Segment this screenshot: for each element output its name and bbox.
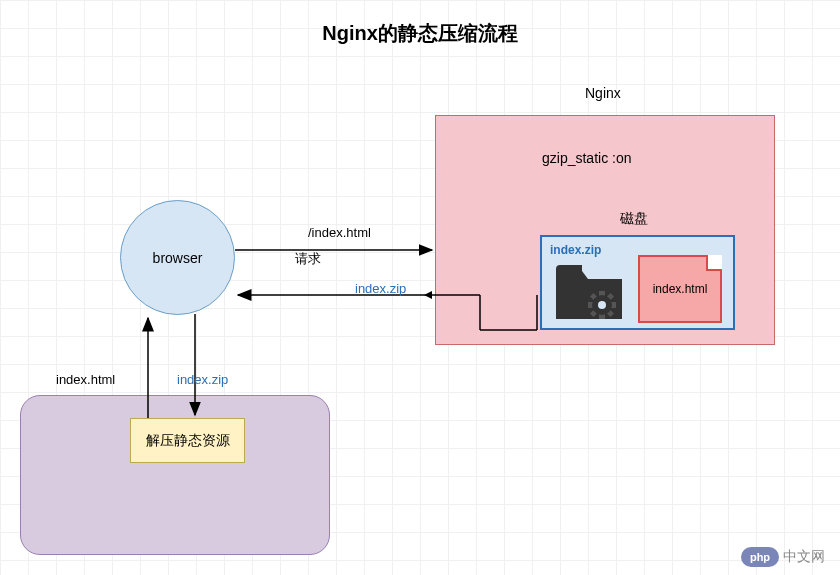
decompress-label: 解压静态资源 — [146, 432, 230, 449]
gzip-config-label: gzip_static :on — [542, 150, 632, 166]
watermark: php 中文网 — [741, 547, 825, 567]
zip-filename-label: index.zip — [550, 243, 601, 257]
response-zip-label: index.zip — [355, 281, 406, 296]
request-label: 请求 — [295, 250, 321, 268]
disk-box: index.zip index. — [540, 235, 735, 330]
browser-node: browser — [120, 200, 235, 315]
svg-point-10 — [598, 301, 606, 309]
watermark-text: 中文网 — [783, 548, 825, 566]
file-name-label: index.html — [653, 282, 708, 296]
disk-label: 磁盘 — [620, 210, 648, 228]
nginx-label: Nginx — [585, 85, 621, 101]
up-html-label: index.html — [56, 372, 115, 387]
down-zip-label: index.zip — [177, 372, 228, 387]
file-icon: index.html — [638, 255, 722, 323]
svg-marker-17 — [424, 291, 432, 299]
diagram-title: Nginx的静态压缩流程 — [322, 20, 518, 47]
folder-gear-icon — [554, 261, 624, 321]
request-path-label: /index.html — [308, 225, 371, 240]
browser-label: browser — [153, 250, 203, 266]
decompress-node: 解压静态资源 — [130, 418, 245, 463]
php-logo-icon: php — [741, 547, 779, 567]
